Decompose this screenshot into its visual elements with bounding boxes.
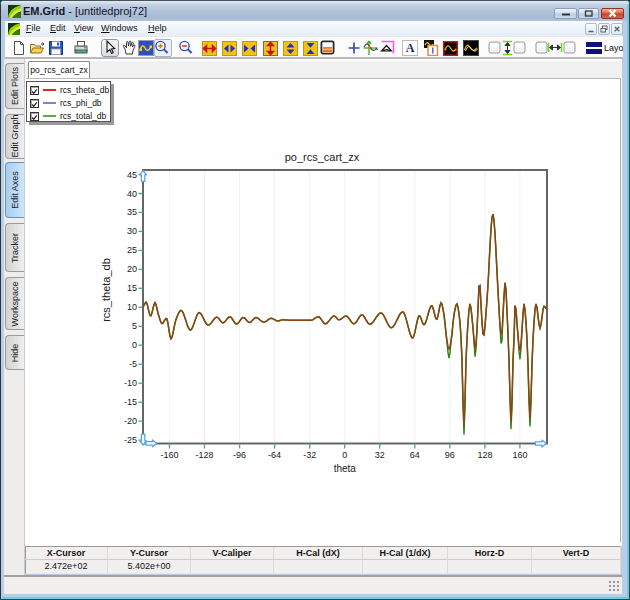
svg-text:A: A [406,41,415,55]
